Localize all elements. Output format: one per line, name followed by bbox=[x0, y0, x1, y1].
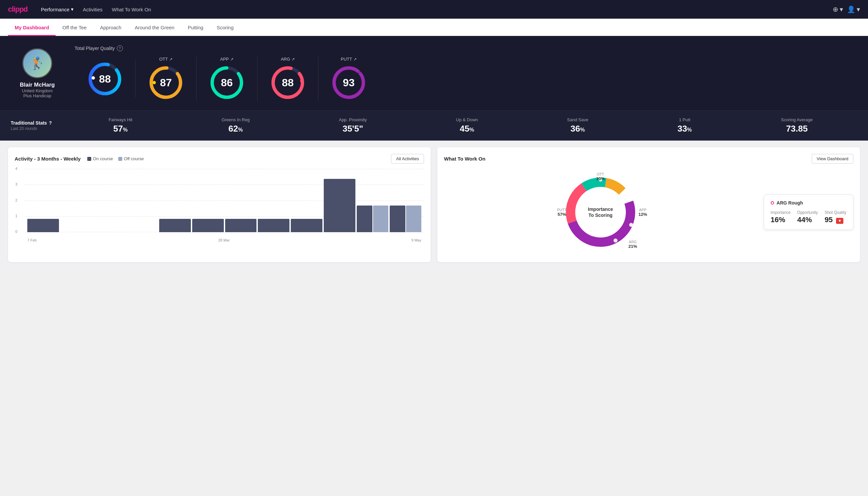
arrow-up-icon: ↗ bbox=[353, 57, 357, 62]
bars-area bbox=[25, 169, 424, 232]
label-app: APP 12% bbox=[638, 208, 647, 217]
x-label-feb: 7 Feb bbox=[27, 238, 37, 242]
add-button[interactable]: ⊕ ▾ bbox=[833, 5, 843, 13]
ring-svg-putt: 93 bbox=[330, 64, 367, 101]
bar-group bbox=[390, 205, 421, 232]
bar-group bbox=[192, 219, 224, 232]
svg-point-19 bbox=[629, 223, 633, 227]
avatar: 🏌️ bbox=[22, 48, 52, 78]
bar-group bbox=[159, 219, 191, 232]
stat-sand-save: Sand Save 36% bbox=[567, 117, 588, 134]
nav-performance[interactable]: Performance ▾ bbox=[41, 6, 74, 12]
ring-putt-label: PUTT ↗ bbox=[341, 57, 357, 62]
user-icon: 👤 bbox=[847, 5, 855, 13]
donut-section: OTT 10% APP 12% ARG 21% PUTT 57% bbox=[444, 169, 757, 255]
bottom-section: Activity - 3 Months - Weekly On course O… bbox=[0, 141, 868, 269]
nav-activities[interactable]: Activities bbox=[83, 7, 102, 12]
bar-offcourse bbox=[373, 205, 388, 232]
activity-card-header: Activity - 3 Months - Weekly On course O… bbox=[15, 154, 424, 164]
arrow-up-icon: ↗ bbox=[230, 57, 234, 62]
nav-what-to-work-on[interactable]: What To Work On bbox=[112, 7, 151, 12]
bar-oncourse bbox=[357, 205, 372, 232]
ring-ott-label: OTT ↗ bbox=[159, 57, 173, 62]
score-ott: 87 bbox=[160, 77, 172, 89]
score-app: 86 bbox=[221, 77, 233, 89]
player-handicap: Plus Handicap bbox=[23, 93, 51, 98]
scores-section: Total Player Quality ? bbox=[75, 45, 857, 101]
stat-up-down: Up & Down 45% bbox=[456, 117, 478, 134]
x-label-mar: 28 Mar bbox=[218, 238, 230, 242]
score-putt: 93 bbox=[343, 77, 355, 89]
ring-overall: 88 bbox=[75, 61, 136, 97]
plus-circle-icon: ⊕ bbox=[833, 5, 838, 13]
view-dashboard-button[interactable]: View Dashboard bbox=[812, 154, 853, 164]
work-on-inner: OTT 10% APP 12% ARG 21% PUTT 57% bbox=[444, 169, 853, 255]
arg-rough-dot bbox=[771, 201, 774, 204]
player-name: Blair McHarg bbox=[20, 82, 55, 88]
tab-bar: My Dashboard Off the Tee Approach Around… bbox=[0, 19, 868, 36]
score-rings: 88 OTT ↗ 87 bbox=[75, 57, 857, 101]
dashboard-header: 🏌️ Blair McHarg United Kingdom Plus Hand… bbox=[0, 36, 868, 110]
score-arg: 88 bbox=[282, 77, 294, 89]
info-stat-opportunity: Opportunity 44% bbox=[798, 210, 818, 224]
trad-stats-period: Last 20 rounds bbox=[11, 126, 64, 131]
ring-arg: ARG ↗ 88 bbox=[257, 57, 318, 101]
bar-group bbox=[291, 219, 322, 232]
bar-offcourse bbox=[406, 205, 421, 232]
bar-oncourse bbox=[324, 179, 356, 232]
bar-group bbox=[324, 179, 356, 232]
work-on-card: What To Work On View Dashboard OTT 10% A… bbox=[437, 147, 860, 262]
stat-app-proximity: App. Proximity 35'5" bbox=[339, 117, 367, 134]
info-card-title: ARG Rough bbox=[771, 200, 846, 205]
stat-greens-in-reg: Greens In Reg 62% bbox=[221, 117, 250, 134]
activity-card-title: Activity - 3 Months - Weekly bbox=[15, 156, 81, 161]
arrow-up-icon: ↗ bbox=[169, 57, 173, 62]
label-ott: OTT 10% bbox=[596, 172, 605, 181]
ring-svg-overall: 88 bbox=[86, 61, 123, 97]
legend-dot-oncourse bbox=[87, 157, 91, 161]
trad-stats-label: Traditional Stats ? Last 20 rounds bbox=[11, 120, 64, 131]
donut-outer: OTT 10% APP 12% ARG 21% PUTT 57% bbox=[557, 169, 644, 255]
player-info: 🏌️ Blair McHarg United Kingdom Plus Hand… bbox=[11, 48, 64, 98]
ring-putt: PUTT ↗ 93 bbox=[318, 57, 379, 101]
bar-oncourse bbox=[225, 219, 257, 232]
nav-right: ⊕ ▾ 👤 ▾ bbox=[833, 5, 860, 13]
info-stat-importance: Importance 16% bbox=[771, 210, 791, 224]
ring-svg-app: 86 bbox=[208, 64, 245, 101]
svg-point-11 bbox=[300, 79, 303, 83]
all-activities-button[interactable]: All Activities bbox=[391, 154, 424, 164]
legend-dot-offcourse bbox=[118, 157, 122, 161]
player-country: United Kingdom bbox=[22, 88, 53, 93]
info-stats: Importance 16% Opportunity 44% Shot Qual… bbox=[771, 210, 846, 224]
help-icon[interactable]: ? bbox=[49, 120, 52, 126]
chevron-down-icon: ▾ bbox=[71, 6, 74, 12]
nav-links: Performance ▾ Activities What To Work On bbox=[41, 6, 151, 12]
tab-approach[interactable]: Approach bbox=[93, 19, 128, 36]
tab-my-dashboard[interactable]: My Dashboard bbox=[8, 19, 56, 36]
user-menu-button[interactable]: 👤 ▾ bbox=[847, 5, 860, 13]
down-arrow-icon: ▼ bbox=[836, 218, 843, 224]
bar-group bbox=[258, 219, 289, 232]
trad-stats-list: Fairways Hit 57% Greens In Reg 62% App. … bbox=[64, 117, 857, 134]
help-icon[interactable]: ? bbox=[117, 45, 123, 51]
bar-group bbox=[357, 205, 388, 232]
work-on-title: What To Work On bbox=[444, 156, 485, 161]
ring-app: APP ↗ 86 bbox=[196, 57, 257, 101]
score-overall: 88 bbox=[99, 73, 111, 85]
svg-point-8 bbox=[225, 66, 228, 69]
svg-point-20 bbox=[614, 238, 617, 243]
legend-offcourse: Off course bbox=[118, 156, 144, 161]
ring-arg-label: ARG ↗ bbox=[281, 57, 295, 62]
stat-fairways-hit: Fairways Hit 57% bbox=[109, 117, 132, 134]
tab-around-the-green[interactable]: Around the Green bbox=[128, 19, 181, 36]
info-card: ARG Rough Importance 16% Opportunity 44%… bbox=[764, 195, 853, 230]
tab-scoring[interactable]: Scoring bbox=[210, 19, 240, 36]
stat-1-putt: 1 Putt 33% bbox=[678, 117, 692, 134]
bar-group bbox=[27, 219, 59, 232]
tab-off-the-tee[interactable]: Off the Tee bbox=[56, 19, 93, 36]
bar-oncourse bbox=[192, 219, 224, 232]
arrow-up-icon: ↗ bbox=[291, 57, 295, 62]
traditional-stats: Traditional Stats ? Last 20 rounds Fairw… bbox=[0, 110, 868, 141]
bar-oncourse bbox=[258, 219, 289, 232]
tab-putting[interactable]: Putting bbox=[181, 19, 210, 36]
